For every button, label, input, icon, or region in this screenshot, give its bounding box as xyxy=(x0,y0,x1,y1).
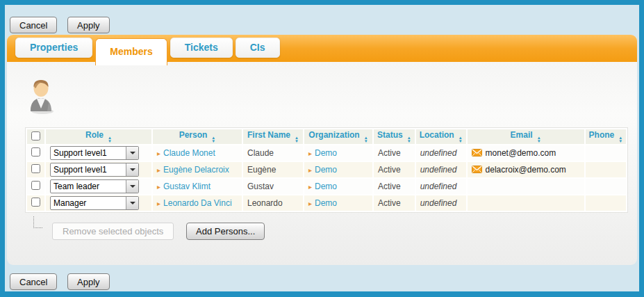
sort-icon[interactable]: ▲▼ xyxy=(295,136,299,143)
chevron-down-icon xyxy=(126,197,138,209)
row-checkbox[interactable] xyxy=(31,147,40,156)
sort-icon[interactable]: ▲▼ xyxy=(211,136,215,143)
email-icon xyxy=(472,149,482,156)
phone-cell xyxy=(586,145,627,161)
sort-icon[interactable]: ▲▼ xyxy=(407,136,411,143)
status-cell: Active xyxy=(374,162,415,177)
apply-button-top[interactable]: Apply xyxy=(67,17,110,33)
column-header-status: Status▲▼ xyxy=(374,129,415,144)
person-link[interactable]: Gustav Klimt xyxy=(163,182,210,191)
chevron-down-icon xyxy=(126,180,138,193)
tab-properties[interactable]: Properties xyxy=(15,38,92,58)
members-table-wrapper: Role▲▼ Person▲▼ First Name▲▼ Organizatio… xyxy=(25,127,628,213)
cancel-button-top[interactable]: Cancel xyxy=(10,17,57,33)
role-select[interactable]: Manager xyxy=(50,196,139,210)
sort-icon[interactable]: ▲▼ xyxy=(618,136,622,143)
table-header-row: Role▲▼ Person▲▼ First Name▲▼ Organizatio… xyxy=(27,129,626,144)
organization-link[interactable]: Demo xyxy=(315,198,337,208)
organization-link[interactable]: Demo xyxy=(315,148,337,158)
person-link[interactable]: Leonardo Da Vinci xyxy=(163,198,232,208)
table-row: Support level1 ▸Eugène Delacroix Eugène … xyxy=(27,162,626,177)
tab-members[interactable]: Members xyxy=(95,38,167,65)
email-link[interactable]: monet@demo.com xyxy=(486,148,556,158)
location-cell: undefined xyxy=(416,195,466,211)
arrow-bullet-icon: ▸ xyxy=(308,200,312,207)
tab-cis[interactable]: CIs xyxy=(236,38,280,58)
role-select[interactable]: Support level1 xyxy=(50,163,139,177)
location-cell: undefined xyxy=(416,179,466,194)
status-cell: Active xyxy=(374,195,415,211)
column-header-location: Location▲▼ xyxy=(416,129,466,144)
first-name-cell: Leonardo xyxy=(243,195,303,211)
first-name-cell: Gustav xyxy=(243,179,303,194)
page-background: Cancel Apply Properties Members Tickets … xyxy=(5,5,639,291)
location-cell: undefined xyxy=(416,145,466,161)
tab-bar: Properties Members Tickets CIs xyxy=(7,35,637,62)
table-row: Team leader ▸Gustav Klimt Gustav ▸Demo A… xyxy=(27,179,626,194)
role-select[interactable]: Support level1 xyxy=(50,146,139,160)
add-persons-button[interactable]: Add Persons... xyxy=(186,223,265,240)
table-row: Support level1 ▸Claude Monet Claude ▸Dem… xyxy=(27,145,626,161)
organization-link[interactable]: Demo xyxy=(315,182,337,191)
arrow-bullet-icon: ▸ xyxy=(308,183,312,191)
status-cell: Active xyxy=(374,179,415,194)
person-link[interactable]: Eugène Delacroix xyxy=(163,165,229,175)
chevron-down-icon xyxy=(126,163,138,176)
remove-selected-button[interactable]: Remove selected objects xyxy=(52,223,174,240)
status-cell: Active xyxy=(374,145,415,161)
column-header-phone: Phone▲▼ xyxy=(586,129,627,144)
location-cell: undefined xyxy=(416,162,466,177)
tab-panel: Properties Members Tickets CIs xyxy=(7,35,637,265)
email-cell xyxy=(468,195,584,211)
email-icon xyxy=(472,166,482,173)
chevron-down-icon xyxy=(126,147,138,159)
row-checkbox[interactable] xyxy=(31,198,40,207)
phone-cell xyxy=(586,195,627,211)
arrow-bullet-icon: ▸ xyxy=(157,183,160,191)
column-header-role: Role▲▼ xyxy=(46,129,151,144)
tab-tickets[interactable]: Tickets xyxy=(170,38,233,58)
first-name-cell: Eugène xyxy=(243,162,303,177)
phone-cell xyxy=(586,162,627,177)
members-table: Role▲▼ Person▲▼ First Name▲▼ Organizatio… xyxy=(25,127,628,213)
arrow-bullet-icon: ▸ xyxy=(157,200,160,207)
cancel-button-bottom[interactable]: Cancel xyxy=(10,273,57,290)
first-name-cell: Claude xyxy=(243,145,303,161)
sort-icon[interactable]: ▲▼ xyxy=(537,136,541,143)
role-select[interactable]: Team leader xyxy=(50,179,139,193)
sort-icon[interactable]: ▲▼ xyxy=(459,136,463,143)
email-link[interactable]: delacroix@demo.com xyxy=(486,165,566,175)
select-all-checkbox[interactable] xyxy=(31,131,40,141)
person-link[interactable]: Claude Monet xyxy=(163,148,215,158)
table-row: Manager ▸Leonardo Da Vinci Leonardo ▸Dem… xyxy=(27,195,626,211)
sort-icon[interactable]: ▲▼ xyxy=(364,136,368,143)
arrow-bullet-icon: ▸ xyxy=(308,150,312,157)
email-cell xyxy=(468,179,584,194)
sort-icon[interactable]: ▲▼ xyxy=(108,136,112,143)
phone-cell xyxy=(586,179,627,194)
apply-button-bottom[interactable]: Apply xyxy=(67,273,110,290)
person-icon xyxy=(26,78,56,114)
column-header-first-name: First Name▲▼ xyxy=(243,129,303,144)
window-frame: Cancel Apply Properties Members Tickets … xyxy=(0,0,644,297)
row-checkbox[interactable] xyxy=(31,164,40,173)
tree-connector xyxy=(33,216,42,228)
arrow-bullet-icon: ▸ xyxy=(157,150,160,157)
row-checkbox[interactable] xyxy=(31,181,40,190)
column-header-person: Person▲▼ xyxy=(153,129,242,144)
organization-link[interactable]: Demo xyxy=(315,165,337,175)
arrow-bullet-icon: ▸ xyxy=(157,166,160,174)
column-header-organization: Organization▲▼ xyxy=(304,129,372,144)
arrow-bullet-icon: ▸ xyxy=(308,166,312,174)
column-header-email: Email▲▼ xyxy=(468,129,584,144)
